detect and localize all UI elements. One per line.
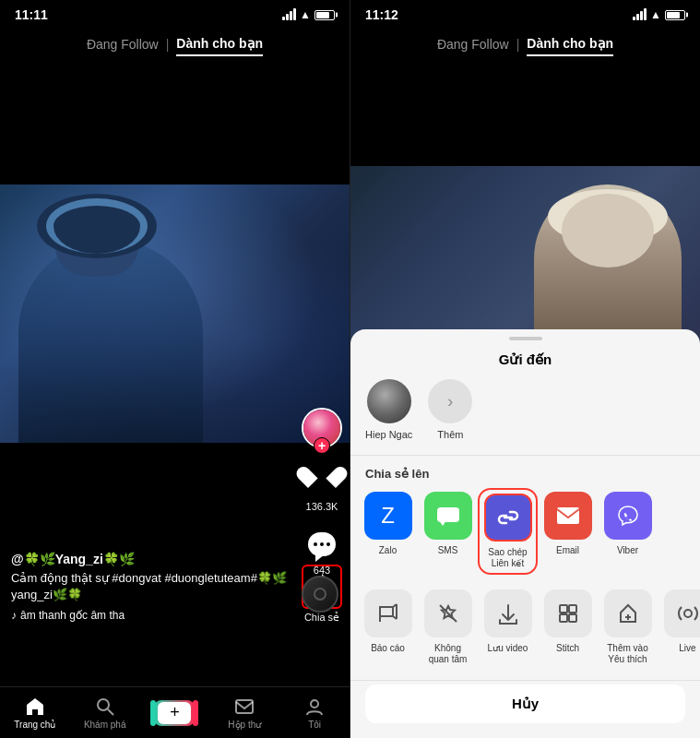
home-icon xyxy=(24,696,46,718)
tab-home[interactable]: Trang chủ xyxy=(0,696,70,730)
sheet-divider-1 xyxy=(350,455,700,456)
action-stitch[interactable]: Stitch xyxy=(538,586,598,669)
zalo-label: Zalo xyxy=(379,545,397,556)
tab-profile[interactable]: Tôi xyxy=(279,696,350,730)
svg-line-1 xyxy=(108,709,113,715)
sheet-divider-2 xyxy=(350,680,700,681)
music-info: ♪ âm thanh gốc âm tha xyxy=(11,609,294,622)
svg-rect-13 xyxy=(569,605,576,613)
stitch-icon xyxy=(544,589,592,637)
zalo-icon: Z xyxy=(364,492,412,540)
status-icons-left: ▲ xyxy=(282,8,335,21)
music-note-icon: ♪ xyxy=(11,609,17,622)
cancel-button[interactable]: Hủy xyxy=(365,684,685,723)
svg-point-0 xyxy=(98,699,109,710)
action-save-video[interactable]: Lưu video xyxy=(478,586,538,669)
nav-tab-following-left[interactable]: Đang Follow xyxy=(87,33,159,55)
battery-icon-right xyxy=(665,10,685,20)
comment-icon xyxy=(304,527,339,562)
inbox-icon xyxy=(233,696,255,718)
contact-more[interactable]: › Thêm xyxy=(427,379,473,440)
heart-shape xyxy=(308,468,336,494)
contacts-row: Hiep Ngac › Thêm xyxy=(350,379,700,451)
right-figure xyxy=(534,184,682,351)
not-interested-label: Khôngquan tâm xyxy=(429,643,468,665)
favorites-label: Thêm vàoYêu thích xyxy=(607,643,647,665)
right-video-scene xyxy=(350,166,700,351)
action-live[interactable]: Live xyxy=(658,586,700,669)
report-icon xyxy=(364,589,412,637)
like-button[interactable]: 136.3K xyxy=(304,463,339,512)
nav-tab-foryou-right[interactable]: Dành cho bạn xyxy=(527,32,613,56)
status-bar-left: 11:11 ▲ xyxy=(0,0,350,26)
music-text: âm thanh gốc âm tha xyxy=(20,609,125,622)
sheet-handle xyxy=(509,337,542,340)
svg-rect-6 xyxy=(442,516,451,518)
tab-inbox[interactable]: Hộp thư xyxy=(209,696,279,730)
share-app-sms[interactable]: SMS xyxy=(418,488,478,575)
plus-icon: + xyxy=(158,702,191,724)
svg-rect-15 xyxy=(569,614,576,622)
not-interested-icon xyxy=(424,589,472,637)
action-report[interactable]: Báo cáo xyxy=(358,586,418,669)
svg-rect-2 xyxy=(236,700,253,713)
live-icon xyxy=(664,589,701,637)
share-label: Chia sẻ xyxy=(304,612,339,624)
tab-home-label: Trang chủ xyxy=(14,720,55,730)
heart-icon xyxy=(304,463,339,498)
music-disc xyxy=(302,576,338,613)
viber-icon xyxy=(604,492,652,540)
tab-discover[interactable]: Khám phá xyxy=(70,696,140,730)
profile-icon xyxy=(303,696,326,718)
action-add-favorites[interactable]: Thêm vàoYêu thích xyxy=(598,586,658,669)
share-app-zalo[interactable]: Z Zalo xyxy=(358,488,418,575)
email-label: Email xyxy=(556,545,579,556)
save-video-label: Lưu video xyxy=(488,643,528,654)
share-app-copy-link[interactable]: Sao chépLiên kết xyxy=(478,488,538,575)
nav-tab-foryou-left[interactable]: Dành cho bạn xyxy=(176,32,263,56)
nav-tab-following-right[interactable]: Đang Follow xyxy=(437,33,509,55)
video-username[interactable]: @🍀🌿Yang_zi🍀🌿 xyxy=(11,552,294,566)
tab-create[interactable]: + xyxy=(140,700,210,726)
video-author-avatar[interactable]: + xyxy=(302,408,342,448)
copy-link-label: Sao chépLiên kết xyxy=(488,547,527,569)
share-app-viber[interactable]: Viber xyxy=(598,488,658,575)
video-description: Cảm động thật sự #dongvat #duongletuteam… xyxy=(11,570,294,603)
sms-label: SMS xyxy=(438,545,458,556)
svg-point-3 xyxy=(311,700,318,708)
create-button[interactable]: + xyxy=(154,700,195,726)
svg-rect-4 xyxy=(437,507,459,522)
share-sheet: Gửi đến Hiep Ngac › Thêm Chia sẻ lên xyxy=(350,329,700,738)
share-apps-row: Z Zalo SMS xyxy=(350,488,700,582)
status-time-left: 11:11 xyxy=(15,7,48,22)
svg-point-18 xyxy=(684,610,692,617)
follow-plus-button[interactable]: + xyxy=(314,437,330,454)
viber-label: Viber xyxy=(617,545,638,556)
video-scene-left xyxy=(0,184,350,443)
search-icon xyxy=(94,696,116,718)
action-not-interested[interactable]: Khôngquan tâm xyxy=(418,586,478,669)
video-area-left: + 136.3K 643 xyxy=(0,0,350,686)
contact-hiep-ngac[interactable]: Hiep Ngac xyxy=(365,379,412,440)
status-icons-right: ▲ xyxy=(633,8,685,21)
comment-dots xyxy=(314,542,330,546)
send-to-title: Gửi đến xyxy=(350,351,700,368)
svg-rect-7 xyxy=(557,507,579,524)
contact-avatar-image xyxy=(367,379,411,423)
wifi-icon-left: ▲ xyxy=(300,8,311,21)
music-disc-inner xyxy=(314,588,326,601)
live-label: Live xyxy=(679,643,695,654)
contact-name-more: Thêm xyxy=(437,429,463,440)
chevron-right-icon: › xyxy=(447,392,453,411)
contact-avatar-hiep xyxy=(367,379,411,423)
signal-icon-right xyxy=(633,9,647,20)
contact-name-hiep: Hiep Ngac xyxy=(365,429,412,440)
share-app-email[interactable]: Email xyxy=(538,488,598,575)
favorites-icon xyxy=(604,589,652,637)
share-on-title: Chia sẻ lên xyxy=(350,459,700,488)
contact-more-circle: › xyxy=(428,379,472,423)
sms-icon xyxy=(424,492,472,540)
right-panel: 11:12 ▲ Đang Follow | Dành cho bạn xyxy=(350,0,700,738)
email-icon xyxy=(544,492,592,540)
svg-rect-14 xyxy=(560,614,567,622)
